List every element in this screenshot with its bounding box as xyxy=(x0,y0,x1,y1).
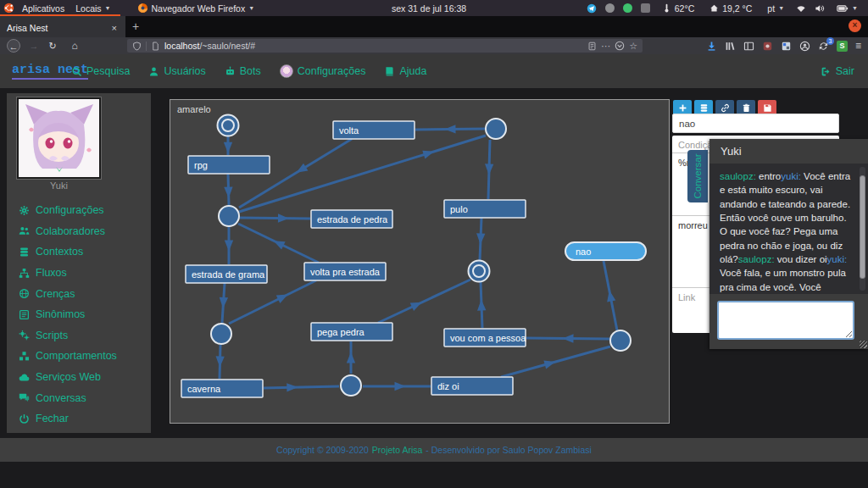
nav-item-configuracoes[interactable]: Configurações xyxy=(280,64,366,78)
tray-icon-1[interactable] xyxy=(605,3,615,13)
graph-node-pulo[interactable]: pulo xyxy=(444,200,526,218)
back-button[interactable]: ← xyxy=(7,39,20,53)
extension-badge: 3 xyxy=(826,37,834,45)
chat-scrollbar-thumb[interactable] xyxy=(860,175,865,279)
nav-item-bots[interactable]: Bots xyxy=(225,65,261,77)
sidebar-item-scripts[interactable]: Scripts xyxy=(19,325,146,347)
url-path: /~saulo/nest/# xyxy=(199,41,255,51)
pocket-icon[interactable] xyxy=(615,41,625,51)
url-bar[interactable]: localhost/~saulo/nest/# ⋯ ☆ xyxy=(127,39,643,53)
chat-scrollbar[interactable] xyxy=(860,167,865,291)
nav-item-sair[interactable]: Sair xyxy=(821,65,854,77)
graph-node-state-top-right[interactable] xyxy=(486,119,506,139)
browser-tab[interactable]: Arisa Nest × xyxy=(0,16,125,37)
window-close-button[interactable]: × xyxy=(849,19,861,32)
bookmark-star-icon[interactable]: ☆ xyxy=(629,41,637,52)
chat-header[interactable]: Yuki xyxy=(709,139,868,164)
nav-item-ajuda[interactable]: Ajuda xyxy=(384,65,426,77)
sync-extension-icon[interactable]: 3 xyxy=(818,41,829,52)
sidebar-item-conversas[interactable]: Conversas xyxy=(19,387,146,408)
graph-node-state-lower-left[interactable] xyxy=(211,324,231,344)
tab-close-icon[interactable]: × xyxy=(110,23,119,33)
sidebar-item-fluxos[interactable]: Fluxos xyxy=(19,263,146,284)
tray-icon-3[interactable] xyxy=(641,3,650,13)
conversar-tab[interactable]: Conversar xyxy=(687,150,708,202)
sidebar-item-colaboradores[interactable]: Colaboradores xyxy=(19,221,146,242)
graph-node-start[interactable] xyxy=(218,115,239,136)
cpu-temp-indicator[interactable]: 62°C xyxy=(659,0,698,16)
volume-icon[interactable] xyxy=(815,3,825,14)
cubes-icon xyxy=(19,351,30,362)
database-icon xyxy=(19,247,30,258)
sidebar-item-contextos[interactable]: Contextos xyxy=(19,241,146,263)
graph-node-state-mid-left[interactable] xyxy=(219,206,239,226)
chat-input[interactable] xyxy=(717,301,854,340)
graph-node-volta[interactable]: volta xyxy=(333,121,415,139)
library-icon[interactable] xyxy=(725,41,736,52)
graph-node-volta-pra-estrada[interactable]: volta pra estrada xyxy=(304,263,386,280)
tracking-shield-icon[interactable] xyxy=(132,42,142,51)
sidebar-item-servicos-web[interactable]: Serviços Web xyxy=(19,367,146,388)
weather-indicator[interactable]: 19,2 °C xyxy=(706,0,755,16)
sidebar-item-crencas[interactable]: Crenças xyxy=(19,283,146,304)
forward-button[interactable]: → xyxy=(27,39,41,53)
graph-node-estrada-de-grama[interactable]: estrada de grama xyxy=(186,265,267,283)
graph-node-pega-pedra[interactable]: pega pedra xyxy=(311,323,392,341)
sidebar-item-sinonimos[interactable]: Sinônimos xyxy=(19,304,146,325)
reload-button[interactable]: ↻ xyxy=(46,39,59,53)
link-icon xyxy=(721,103,730,113)
edge-arrow-icon xyxy=(276,294,288,302)
book-icon xyxy=(384,66,395,77)
sidebar-toggle-icon[interactable] xyxy=(743,41,754,52)
ubuntu-logo-icon[interactable] xyxy=(3,3,14,14)
users-icon xyxy=(19,225,30,236)
new-tab-button[interactable]: + xyxy=(132,19,139,33)
edge-arrow-icon xyxy=(287,383,298,391)
home-button[interactable]: ⌂ xyxy=(68,39,81,53)
keyboard-layout[interactable]: pt▼ xyxy=(764,0,787,16)
project-link[interactable]: Projeto Arisa xyxy=(372,445,423,455)
graph-node-caverna[interactable]: caverna xyxy=(181,380,263,397)
sidebar-item-comportamentos[interactable]: Comportamentos xyxy=(19,346,146,367)
extension-icon-1[interactable] xyxy=(762,41,773,52)
graph-node-rpg[interactable]: rpg xyxy=(188,156,270,174)
sidebar-item-configuracoes[interactable]: Configurações xyxy=(19,200,146,221)
sidebar-item-fechar[interactable]: Fechar xyxy=(19,408,146,430)
page-actions-icon[interactable]: ⋯ xyxy=(601,41,610,52)
graph-node-diz-oi[interactable]: diz oi xyxy=(431,377,513,395)
extension-icon-2[interactable] xyxy=(781,41,792,52)
telegram-tray-icon[interactable] xyxy=(587,3,597,14)
node-name-input[interactable] xyxy=(672,114,839,133)
graph-node-state-final[interactable] xyxy=(469,261,490,282)
sidebar-item-label: Comportamentos xyxy=(36,350,117,362)
graph-node-nao[interactable]: nao xyxy=(565,242,646,260)
firefox-app-menu[interactable]: Navegador Web Firefox▼ xyxy=(134,0,259,16)
account-icon[interactable] xyxy=(799,41,810,52)
downloads-icon[interactable] xyxy=(706,41,717,52)
edge-arrow-icon xyxy=(422,151,434,159)
graph-node-state-right[interactable] xyxy=(610,330,631,351)
nav-item-pesquisa[interactable]: Pesquisa xyxy=(71,65,130,77)
wifi-icon[interactable] xyxy=(796,3,806,14)
caret-down-icon: ▼ xyxy=(248,5,254,11)
flow-canvas[interactable]: voltarpgestrada de pedrapulonaoestrada d… xyxy=(170,99,670,424)
edge-arrow-icon xyxy=(485,164,493,175)
nav-item-usuarios[interactable]: Usuários xyxy=(148,65,205,77)
graph-node-estrada-de-pedra[interactable]: estrada de pedra xyxy=(311,210,392,228)
chat-username: yuki: xyxy=(827,254,848,264)
bot-avatar[interactable] xyxy=(17,97,101,179)
graph-node-state-bottom[interactable] xyxy=(341,375,361,396)
save-icon xyxy=(763,103,772,113)
singlefile-extension-icon[interactable]: S xyxy=(837,41,848,52)
graph-node-vou-com-a-pessoa[interactable]: vou com a pessoa xyxy=(444,329,526,347)
page-info-icon[interactable] xyxy=(151,42,160,51)
user-icon xyxy=(148,66,159,77)
resize-handle-icon[interactable] xyxy=(860,341,867,348)
hamburger-menu-icon[interactable]: ≡ xyxy=(855,40,861,52)
battery-indicator[interactable]: ▼ xyxy=(833,0,861,16)
sidebar-item-label: Configurações xyxy=(36,204,104,216)
edge-arrow-icon xyxy=(476,233,485,244)
reader-mode-icon[interactable] xyxy=(587,42,597,51)
clock[interactable]: sex 31 de jul 16:38 xyxy=(392,0,466,16)
tray-icon-2[interactable] xyxy=(623,3,632,13)
